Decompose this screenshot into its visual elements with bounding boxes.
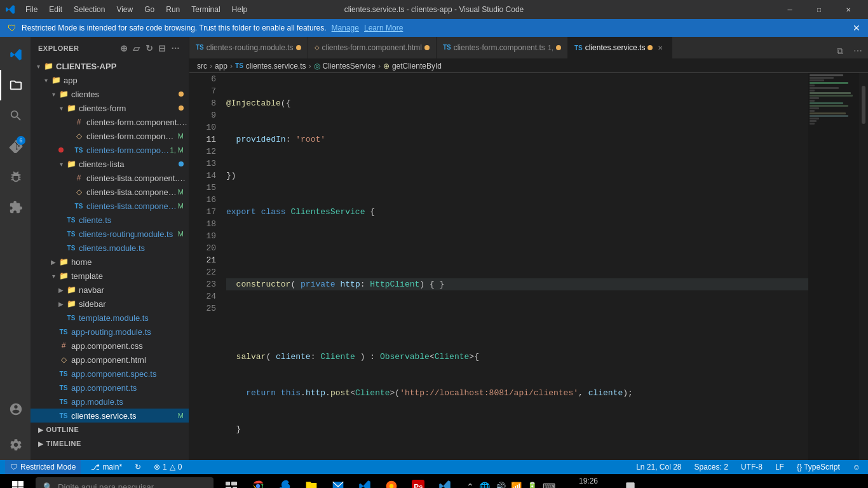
breadcrumb-src[interactable]: src bbox=[197, 62, 207, 71]
tab-clientes-form-ts[interactable]: TS clientes-form.component.ts 1, bbox=[437, 37, 568, 58]
code-editor[interactable]: 6 7 8 9 10 11 12 13 14 15 16 17 18 19 20… bbox=[189, 73, 868, 460]
errors-status[interactable]: ⊗ 1 △ 0 bbox=[151, 460, 184, 474]
tree-item-app-routing[interactable]: TS app-routing.module.ts bbox=[31, 325, 189, 339]
manage-link[interactable]: Manage bbox=[332, 24, 359, 32]
tree-item-home[interactable]: ▶ 📁 home bbox=[31, 255, 189, 269]
tree-item-navbar[interactable]: ▶ 📁 navbar bbox=[31, 283, 189, 297]
new-file-icon[interactable]: ⊕ bbox=[119, 42, 130, 55]
timeline-section[interactable]: ▶ TIMELINE bbox=[31, 437, 189, 451]
start-button[interactable] bbox=[5, 474, 31, 488]
taskbar-explorer[interactable] bbox=[299, 474, 324, 488]
tree-item-clientes-service[interactable]: TS clientes.service.ts M bbox=[31, 409, 189, 423]
menu-run[interactable]: Run bbox=[161, 3, 185, 17]
activity-item-extensions[interactable] bbox=[0, 192, 31, 222]
outline-section[interactable]: ▶ OUTLINE bbox=[31, 423, 189, 437]
breadcrumb-method[interactable]: getClienteById bbox=[392, 62, 442, 71]
tree-item-clientes-form-html[interactable]: ◇ clientes-form.component.html M bbox=[31, 129, 189, 143]
sidebar-actions[interactable]: ⊕ ▱ ↻ ⊟ ··· bbox=[119, 42, 181, 55]
tree-root-folder[interactable]: ▾ 📁 CLIENTES-APP bbox=[31, 59, 189, 73]
encoding-status[interactable]: UTF-8 bbox=[738, 460, 765, 474]
activity-item-debug[interactable] bbox=[0, 161, 31, 192]
tree-item-clientes-routing[interactable]: TS clientes-routing.module.ts M bbox=[31, 227, 189, 241]
split-editor-button[interactable]: ⧉ bbox=[832, 43, 848, 58]
spaces-status[interactable]: Spaces: 2 bbox=[692, 460, 731, 474]
tree-item-app[interactable]: ▾ 📁 app bbox=[31, 73, 189, 87]
tab-clientes-routing[interactable]: TS clientes-routing.module.ts bbox=[189, 37, 308, 58]
tree-item-clientes-form-css[interactable]: # clientes-form.component.css bbox=[31, 115, 189, 129]
line-ending-status[interactable]: LF bbox=[773, 460, 787, 474]
tab-clientes-form-html[interactable]: ◇ clientes-form.component.html bbox=[308, 37, 437, 58]
tree-item-clientes-lista[interactable]: ▾ 📁 clientes-lista bbox=[31, 157, 189, 171]
tree-item-app-spec[interactable]: TS app.component.spec.ts bbox=[31, 367, 189, 381]
activity-item-settings[interactable] bbox=[0, 430, 31, 460]
tray-ime-icon[interactable]: ⌨ bbox=[541, 480, 557, 488]
menu-edit[interactable]: Edit bbox=[44, 3, 67, 17]
tree-item-template-module[interactable]: TS template.module.ts bbox=[31, 311, 189, 325]
taskbar-adobe[interactable]: Ps bbox=[405, 474, 431, 488]
menu-bar[interactable]: File Edit Selection View Go Run Terminal… bbox=[20, 3, 252, 17]
learn-more-link[interactable]: Learn More bbox=[364, 24, 403, 32]
tree-item-app-module[interactable]: TS app.module.ts bbox=[31, 395, 189, 409]
taskbar-edge[interactable] bbox=[272, 474, 297, 488]
activity-item-search[interactable] bbox=[0, 100, 31, 131]
tree-item-app-html[interactable]: ◇ app.component.html bbox=[31, 353, 189, 367]
taskbar-search-box[interactable]: 🔍 Digite aqui para pesquisar bbox=[36, 477, 214, 488]
tree-item-sidebar-folder[interactable]: ▶ 📁 sidebar bbox=[31, 297, 189, 311]
collapse-icon[interactable]: ⊟ bbox=[157, 42, 168, 55]
banner-close-button[interactable]: ✕ bbox=[853, 23, 860, 33]
menu-go[interactable]: Go bbox=[139, 3, 159, 17]
minimize-button[interactable]: ─ bbox=[775, 0, 804, 19]
tray-network-icon[interactable]: 🌐 bbox=[478, 480, 491, 488]
breadcrumb-app[interactable]: app bbox=[215, 62, 227, 71]
tree-item-template[interactable]: ▾ 📁 template bbox=[31, 269, 189, 283]
taskbar-chrome[interactable] bbox=[245, 474, 271, 488]
tree-item-clientes-form-ts[interactable]: TS clientes-form.component.ts 1, M bbox=[31, 143, 189, 157]
new-folder-icon[interactable]: ▱ bbox=[132, 42, 142, 55]
menu-file[interactable]: File bbox=[20, 3, 43, 17]
editor-scrollbar[interactable] bbox=[859, 73, 868, 460]
notification-button[interactable] bbox=[618, 474, 643, 488]
activity-item-account[interactable] bbox=[0, 394, 31, 424]
tree-item-cliente-ts[interactable]: TS cliente.ts bbox=[31, 213, 189, 227]
code-content[interactable]: @Injectable({ providedIn: 'root' }) expo… bbox=[221, 73, 808, 460]
sync-status[interactable]: ↻ bbox=[132, 460, 144, 474]
menu-help[interactable]: Help bbox=[227, 3, 253, 17]
taskbar-vscode[interactable] bbox=[352, 474, 377, 488]
feedback-status[interactable]: ☺ bbox=[850, 460, 863, 474]
tree-item-clientes-lista-ts[interactable]: TS clientes-lista.component.ts M bbox=[31, 199, 189, 213]
taskbar-vscode2[interactable] bbox=[432, 474, 458, 488]
refresh-icon[interactable]: ↻ bbox=[144, 42, 155, 55]
scrollbar-thumb[interactable] bbox=[862, 86, 865, 124]
tree-item-clientes[interactable]: ▾ 📁 clientes bbox=[31, 87, 189, 101]
more-tabs-button[interactable]: ⋯ bbox=[850, 43, 865, 58]
system-clock[interactable]: 19:26 08/11/2021 bbox=[564, 477, 613, 488]
menu-view[interactable]: View bbox=[111, 3, 138, 17]
restricted-mode-status[interactable]: 🛡 Restricted Mode bbox=[5, 460, 81, 474]
tree-item-clientes-module[interactable]: TS clientes.module.ts bbox=[31, 241, 189, 255]
tree-item-clientes-form[interactable]: ▾ 📁 clientes-form bbox=[31, 101, 189, 115]
tree-item-app-css[interactable]: # app.component.css bbox=[31, 339, 189, 353]
tree-item-clientes-lista-html[interactable]: ◇ clientes-lista.component.html M bbox=[31, 185, 189, 199]
taskbar-mail[interactable] bbox=[325, 474, 351, 488]
taskbar-firefox[interactable] bbox=[379, 474, 404, 488]
branch-status[interactable]: ⎇ main* bbox=[88, 460, 125, 474]
tree-item-app-comp-ts[interactable]: TS app.component.ts bbox=[31, 381, 189, 395]
activity-item-git[interactable]: 6 bbox=[0, 131, 31, 161]
activity-item-vscode[interactable] bbox=[0, 39, 31, 70]
maximize-button[interactable]: □ bbox=[804, 0, 834, 19]
tray-sound-icon[interactable]: 🔊 bbox=[494, 480, 507, 488]
tray-caret-icon[interactable]: ⌃ bbox=[465, 480, 475, 488]
menu-terminal[interactable]: Terminal bbox=[186, 3, 225, 17]
tab-clientes-service[interactable]: TS clientes.service.ts ✕ bbox=[568, 37, 672, 58]
more-actions-icon[interactable]: ··· bbox=[170, 42, 181, 55]
tab-close-button[interactable]: ✕ bbox=[655, 43, 665, 53]
taskview-button[interactable] bbox=[219, 474, 244, 488]
breadcrumb-file[interactable]: clientes.service.ts bbox=[246, 62, 306, 71]
activity-item-explorer[interactable] bbox=[0, 70, 31, 100]
tree-item-clientes-lista-css[interactable]: # clientes-lista.component.css bbox=[31, 171, 189, 185]
position-status[interactable]: Ln 21, Col 28 bbox=[634, 460, 684, 474]
breadcrumb-class[interactable]: ClientesService bbox=[323, 62, 376, 71]
menu-selection[interactable]: Selection bbox=[69, 3, 110, 17]
language-status[interactable]: {} TypeScript bbox=[794, 460, 843, 474]
close-button[interactable]: ✕ bbox=[834, 0, 863, 19]
